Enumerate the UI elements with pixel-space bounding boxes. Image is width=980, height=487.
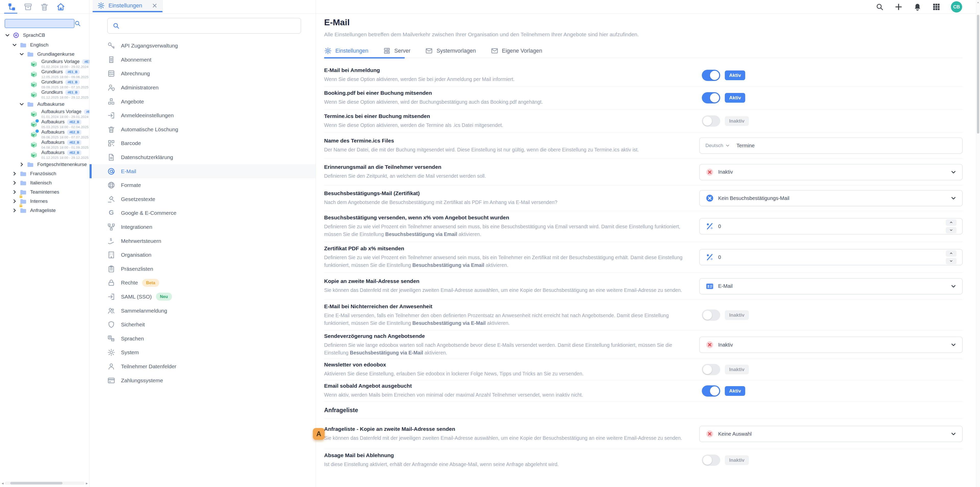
toggle-switch[interactable]	[702, 70, 720, 81]
chevron-right-icon[interactable]	[12, 189, 18, 195]
tab-einstellungen[interactable]: Einstellungen	[324, 46, 368, 58]
page-scrollbar[interactable]: ▲	[976, 0, 980, 487]
search-icon[interactable]	[74, 20, 81, 27]
sidebar-item-api-zugangsverwaltung[interactable]: API Zugangsverwaltung	[89, 39, 316, 53]
notifications-icon[interactable]	[913, 3, 922, 11]
sidebar-item-anmeldeeinstellungen[interactable]: Anmeldeeinstellungen	[89, 109, 316, 123]
sidebar-item-teilnehmer-datenfelder[interactable]: Teilnehmer Datenfelder	[89, 359, 316, 374]
tree-folder-teaminternes[interactable]: Teaminternes	[0, 187, 89, 196]
tree-folder-französisch[interactable]: Französisch	[0, 169, 89, 178]
chevron-down-icon[interactable]	[5, 32, 10, 38]
tree-folder-fortgeschrittenenkurse[interactable]: Fortgeschrittenenkurse	[0, 160, 89, 169]
avatar[interactable]: CB	[951, 1, 962, 13]
tree-view-icon[interactable]	[7, 2, 16, 11]
tree-search-input[interactable]	[5, 19, 75, 28]
chevron-right-icon[interactable]	[12, 171, 18, 176]
sidebar-item-integrationen[interactable]: Integrationen	[89, 220, 316, 234]
tab-eigene-vorlagen[interactable]: Eigene Vorlagen	[491, 46, 542, 58]
language-selector[interactable]: Deutsch	[705, 143, 730, 148]
sidebar-item-abonnement[interactable]: Abonnement	[89, 53, 316, 67]
toggle-switch[interactable]	[702, 115, 720, 127]
chevron-down-icon[interactable]	[19, 101, 24, 107]
sidebar-item-gesetzestexte[interactable]: Gesetzestexte	[89, 192, 316, 206]
select-dropdown[interactable]: Kein Besuchsbestätigungs-Mail	[699, 190, 963, 206]
tab-einstellungen[interactable]: Einstellungen	[93, 0, 162, 12]
apps-grid-icon[interactable]	[932, 3, 941, 11]
scrollbar-thumb[interactable]	[977, 15, 979, 134]
tab-systemvorlagen[interactable]: Systemvorlagen	[425, 46, 476, 58]
select-dropdown[interactable]: Keine Auswahl	[699, 426, 963, 442]
search-icon[interactable]	[875, 3, 884, 11]
chevron-right-icon[interactable]	[12, 198, 18, 204]
select-dropdown[interactable]: Inaktiv	[699, 337, 963, 353]
sidebar-item-e-mail[interactable]: E-Mail	[89, 164, 316, 178]
sidebar-item-abrechnung[interactable]: Abrechnung	[89, 67, 316, 81]
scroll-right-icon[interactable]: ▶	[85, 482, 89, 485]
sidebar-item-administratoren[interactable]: Administratoren	[89, 81, 316, 95]
sidebar-item-rechte[interactable]: RechteBeta	[89, 276, 316, 290]
trash-icon[interactable]	[40, 2, 49, 11]
close-icon[interactable]	[151, 3, 158, 9]
stepper-up-icon[interactable]	[946, 250, 956, 257]
chevron-right-icon[interactable]	[12, 180, 18, 186]
tree-horizontal-scrollbar[interactable]: ◀ ▶	[0, 481, 89, 485]
toggle-switch[interactable]	[702, 385, 720, 397]
settings-search[interactable]	[107, 18, 301, 34]
home-icon[interactable]	[56, 2, 65, 11]
settings-search-input[interactable]	[124, 23, 296, 29]
toggle-switch[interactable]	[702, 455, 720, 466]
chevron-down-icon[interactable]	[12, 42, 18, 48]
toggle-switch[interactable]	[702, 92, 720, 104]
archive-icon[interactable]	[24, 2, 33, 11]
scroll-up-icon[interactable]: ▲	[976, 1, 980, 3]
chevron-down-icon[interactable]	[19, 51, 24, 57]
sidebar-item-saml-sso-[interactable]: SAML (SSO)Neu	[89, 290, 316, 304]
sidebar-item-angebote[interactable]: Angebote	[89, 94, 316, 109]
chevron-right-icon[interactable]	[12, 208, 18, 213]
tree-root-sprachcb[interactable]: SprachCB	[0, 30, 89, 40]
filename-input[interactable]: DeutschTermine	[699, 137, 963, 154]
select-dropdown[interactable]: E-Mail	[699, 278, 963, 294]
sidebar-item-formate[interactable]: Formate	[89, 178, 316, 192]
sidebar-item-sicherheit[interactable]: Sicherheit	[89, 318, 316, 332]
tree-folder-internes[interactable]: Internes	[0, 196, 89, 206]
tree-course-item[interactable]: Aufbaukurs#E2_B09.06.2025 18:00 - 07.07.…	[0, 129, 89, 139]
sidebar-item-system[interactable]: System	[89, 345, 316, 359]
tree-course-item[interactable]: Grundkurs#E1_B09.09.2025 18:00 - 07.10.2…	[0, 79, 89, 89]
sidebar-item-google-e-commerce[interactable]: GGoogle & E-Commerce	[89, 206, 316, 220]
stepper-down-icon[interactable]	[946, 227, 956, 233]
scrollbar-track[interactable]	[5, 482, 85, 485]
toggle-switch[interactable]	[702, 364, 720, 375]
scrollbar-thumb[interactable]	[10, 482, 62, 484]
stepper-up-icon[interactable]	[946, 219, 956, 226]
tree-folder-grundlagenkurse[interactable]: Grundlagenkurse	[0, 49, 89, 59]
tree-course-item[interactable]: Aufbaukurs#E2_B05.03.2025 18:00 - 02.04.…	[0, 119, 89, 129]
tree-course-item[interactable]: Aufbaukurs Vorlage#E2_B01.01.2024 18:00 …	[0, 109, 89, 119]
tree-course-item[interactable]: Grundkurs#E1_B12.05.2025 18:00 - 09.06.2…	[0, 69, 89, 79]
tree-folder-anfrageliste[interactable]: Anfrageliste	[0, 206, 89, 215]
sidebar-item-organisation[interactable]: Organisation	[89, 248, 316, 262]
tree-course-item[interactable]: Grundkurs#E1_B01.12.2025 18:00 - 29.12.2…	[0, 89, 89, 100]
stepper-down-icon[interactable]	[946, 258, 956, 264]
chevron-right-icon[interactable]	[19, 162, 24, 167]
tree-course-item[interactable]: Aufbaukurs#E2_B04.08.2025 18:00 - 01.09.…	[0, 139, 89, 150]
number-input[interactable]: 0	[699, 249, 963, 265]
toggle-switch[interactable]	[702, 310, 720, 321]
sidebar-item-barcode[interactable]: Barcode	[89, 136, 316, 150]
sidebar-item-zahlungssysteme[interactable]: Zahlungssysteme	[89, 374, 316, 387]
tree-course-item[interactable]: Aufbaukurs#E2_B01.12.2025 18:00 - 29.12.…	[0, 150, 89, 160]
sidebar-item-datenschutzerkl-rung[interactable]: Datenschutzerklärung	[89, 150, 316, 164]
tree-folder-englisch[interactable]: Englisch	[0, 40, 89, 49]
tree-course-item[interactable]: Grundkurs Vorlage#E1_B01.02.2024 18:00 -…	[0, 59, 89, 69]
tab-server[interactable]: Server	[383, 46, 410, 58]
sidebar-item-mehrwertsteuern[interactable]: $Mehrwertsteuern	[89, 234, 316, 248]
sidebar-item-automatische-l-schung[interactable]: Automatische Löschung	[89, 123, 316, 137]
tree-folder-aufbaukurse[interactable]: Aufbaukurse	[0, 100, 89, 109]
number-input[interactable]: 0	[699, 218, 963, 235]
add-icon[interactable]	[894, 3, 903, 11]
sidebar-item-pr-senzlisten[interactable]: Präsenzlisten	[89, 262, 316, 276]
sidebar-item-sammelanmeldung[interactable]: Sammelanmeldung	[89, 303, 316, 318]
sidebar-item-sprachen[interactable]: ASprachen	[89, 332, 316, 345]
select-dropdown[interactable]: Inaktiv	[699, 164, 963, 180]
tree-folder-italienisch[interactable]: Italienisch	[0, 178, 89, 187]
